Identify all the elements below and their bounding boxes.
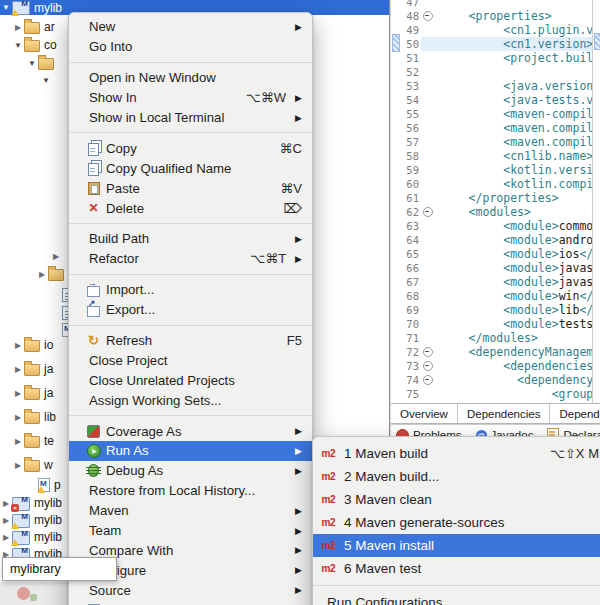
menu-item-source[interactable]: Source▶ bbox=[69, 580, 312, 600]
expander-icon[interactable]: ▶ bbox=[12, 461, 24, 470]
overview-ruler[interactable] bbox=[592, 0, 600, 424]
menu-item-2-maven-build[interactable]: m22 Maven build... bbox=[313, 465, 600, 488]
tree-item[interactable]: ▶ja bbox=[12, 361, 53, 377]
code-line-body[interactable]: <project.build. bbox=[421, 51, 600, 65]
expander-icon[interactable]: ▶ bbox=[12, 413, 24, 422]
tree-item[interactable]: p bbox=[26, 477, 61, 493]
menu-item-maven[interactable]: Maven▶ bbox=[69, 501, 312, 521]
code-line-body[interactable]: <java.version>1 bbox=[421, 79, 600, 93]
tree-item[interactable]: ▶lib bbox=[12, 409, 56, 425]
expander-icon[interactable]: ▶ bbox=[12, 389, 24, 398]
menu-item-new[interactable]: New▶ bbox=[69, 17, 312, 37]
tree-item[interactable]: ▶ar bbox=[12, 19, 55, 35]
tree-item[interactable]: ▶ bbox=[50, 248, 66, 264]
collapse-icon[interactable] bbox=[423, 347, 433, 357]
menu-item-open-in-new-window[interactable]: Open in New Window bbox=[69, 68, 312, 88]
fold-column[interactable] bbox=[421, 375, 434, 385]
code-line-body[interactable]: <module>common- bbox=[421, 219, 600, 233]
expander-icon[interactable]: ▶ bbox=[12, 23, 24, 32]
menu-item-build-path[interactable]: Build Path▶ bbox=[69, 229, 312, 249]
tree-item[interactable]: ▶ bbox=[36, 266, 68, 282]
tab-dependencies[interactable]: Dependencies bbox=[458, 404, 551, 423]
tree-item[interactable]: ▶io bbox=[12, 337, 53, 353]
code-line-body[interactable]: <dependencies> bbox=[421, 359, 600, 373]
menu-item-import[interactable]: Import... bbox=[69, 280, 312, 300]
menu-item-copy-qualified-name[interactable]: Copy Qualified Name bbox=[69, 158, 312, 178]
tree-item[interactable]: ▶mylib bbox=[0, 512, 62, 528]
code-line-body[interactable]: <module>ios</mo bbox=[421, 247, 600, 261]
code-line-body[interactable]: </modules> bbox=[421, 331, 600, 345]
menu-item-4-maven-generate-sources[interactable]: m24 Maven generate-sources bbox=[313, 511, 600, 534]
expander-icon[interactable]: ▶ bbox=[12, 437, 24, 446]
menu-item-validate[interactable]: Validate bbox=[69, 600, 312, 605]
menu-item-go-into[interactable]: Go Into bbox=[69, 37, 312, 57]
tree-item[interactable]: ▼ bbox=[40, 72, 56, 88]
current-line[interactable]: <cn1.version>7. bbox=[421, 37, 600, 51]
collapse-icon[interactable] bbox=[423, 361, 433, 371]
menu-item-restore-from-local-history[interactable]: Restore from Local History... bbox=[69, 481, 312, 501]
menu-item-3-maven-clean[interactable]: m23 Maven clean bbox=[313, 488, 600, 511]
tree-item[interactable]: ▶ja bbox=[12, 385, 53, 401]
code-line-body[interactable]: <cn1.plugin.ver bbox=[421, 23, 600, 37]
tab-overview[interactable]: Overview bbox=[391, 404, 458, 423]
code-line-body[interactable]: <module>android bbox=[421, 233, 600, 247]
collapse-icon[interactable] bbox=[423, 11, 433, 21]
code-line-body[interactable]: <module>lib</mo bbox=[421, 303, 600, 317]
menu-item-assign-working-sets[interactable]: Assign Working Sets... bbox=[69, 390, 312, 410]
overview-marker[interactable] bbox=[594, 33, 600, 50]
expander-icon[interactable]: ▶ bbox=[12, 341, 24, 350]
tree-item[interactable]: ▼co bbox=[12, 37, 57, 53]
fold-column[interactable] bbox=[421, 361, 434, 371]
code-line-body[interactable]: <dependencyManagem bbox=[421, 345, 600, 359]
menu-item-show-in[interactable]: Show In⌥⌘W▶ bbox=[69, 88, 312, 108]
menu-item-6-maven-test[interactable]: m26 Maven test bbox=[313, 557, 600, 580]
expander-icon[interactable]: ▼ bbox=[12, 41, 24, 50]
expander-icon[interactable]: ▶ bbox=[50, 252, 62, 261]
code-line-body[interactable]: <maven.compiler bbox=[421, 135, 600, 149]
menu-item-refresh[interactable]: ↻RefreshF5 bbox=[69, 331, 312, 351]
menu-item-delete[interactable]: ✕Delete⌦ bbox=[69, 198, 312, 218]
code-line-body[interactable]: <kotlin.version bbox=[421, 163, 600, 177]
code-line-body[interactable]: <module>win</mo bbox=[421, 289, 600, 303]
code-line-body[interactable]: <dependency bbox=[421, 373, 600, 387]
code-line-body[interactable]: <modules> bbox=[421, 205, 600, 219]
code-line-body[interactable]: <maven-compiler bbox=[421, 107, 600, 121]
tab-dependency[interactable]: Dependency bbox=[550, 404, 600, 423]
menu-item-export[interactable]: Export... bbox=[69, 300, 312, 320]
tree-item[interactable]: ▶w bbox=[12, 457, 53, 473]
collapse-icon[interactable] bbox=[423, 207, 433, 217]
menu-item-close-unrelated-projects[interactable]: Close Unrelated Projects bbox=[69, 370, 312, 390]
code-line-body[interactable]: <module>tests</ bbox=[421, 317, 600, 331]
menu-item-coverage-as[interactable]: Coverage As▶ bbox=[69, 421, 312, 441]
expander-icon[interactable]: ▶ bbox=[12, 365, 24, 374]
expander-icon[interactable]: ▶ bbox=[36, 270, 48, 279]
expander-icon[interactable]: ▼ bbox=[40, 76, 52, 85]
menu-item-5-maven-install[interactable]: m25 Maven install bbox=[313, 534, 600, 557]
tree-item[interactable]: ▶mylib bbox=[0, 495, 62, 511]
menu-item-paste[interactable]: Paste⌘V bbox=[69, 178, 312, 198]
tree-item[interactable]: ▼ bbox=[26, 55, 58, 71]
menu-item-close-project[interactable]: Close Project bbox=[69, 350, 312, 370]
code-line-body[interactable] bbox=[421, 0, 600, 9]
menu-item-refactor[interactable]: Refactor⌥⌘T▶ bbox=[69, 249, 312, 269]
code-line-body[interactable]: <java-tests.ver bbox=[421, 93, 600, 107]
pom-xml-editor[interactable]: 4748 <properties>49 <cn1.plugin.ver50 <c… bbox=[391, 0, 600, 424]
fold-column[interactable] bbox=[421, 11, 434, 21]
menu-item-show-in-local-terminal[interactable]: Show in Local Terminal▶ bbox=[69, 108, 312, 128]
menu-item-run-as[interactable]: Run As▶ bbox=[69, 441, 312, 461]
code-line-body[interactable]: <cn1lib.name>my bbox=[421, 149, 600, 163]
code-line-body[interactable]: <kotlin.compile bbox=[421, 177, 600, 191]
menu-item-team[interactable]: Team▶ bbox=[69, 521, 312, 541]
code-line-body[interactable]: <module>javascr bbox=[421, 261, 600, 275]
code-line-body[interactable]: <group bbox=[421, 387, 600, 401]
menu-item-run-configurations[interactable]: Run Configurations... bbox=[313, 591, 600, 605]
menu-item-1-maven-build[interactable]: m21 Maven build⌥⇧X M bbox=[313, 442, 600, 465]
code-line-body[interactable]: <maven.compiler bbox=[421, 121, 600, 135]
expander-icon[interactable]: ▼ bbox=[26, 59, 38, 68]
fold-column[interactable] bbox=[421, 207, 434, 217]
code-line-body[interactable]: <module>javase- bbox=[421, 275, 600, 289]
tree-item[interactable]: ▶mylib bbox=[0, 529, 62, 545]
code-line-body[interactable]: <properties> bbox=[421, 9, 600, 23]
menu-item-copy[interactable]: Copy⌘C bbox=[69, 138, 312, 158]
collapse-icon[interactable] bbox=[423, 375, 433, 385]
